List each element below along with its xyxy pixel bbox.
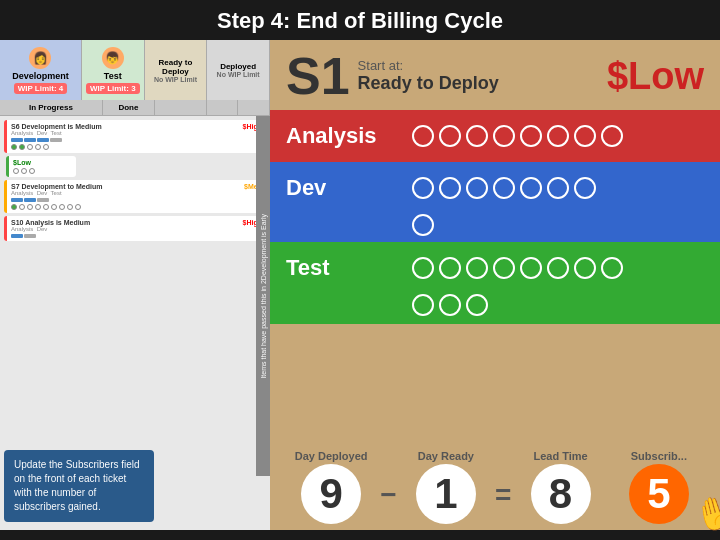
day-deployed-block: Day Deployed 9: [286, 450, 376, 524]
lead-time-label: Lead Time: [533, 450, 587, 462]
kanban-header: 👩 Development WIP Limit: 4 👦 Test WIP Li…: [0, 40, 270, 100]
note-box: Update the Subscribers field on the fron…: [4, 450, 154, 522]
bar: [24, 138, 36, 142]
day-deployed-label: Day Deployed: [295, 450, 368, 462]
subscribers-label: Subscrib...: [631, 450, 687, 462]
test-circles: [400, 257, 635, 279]
dev-column-header: 👩 Development WIP Limit: 4: [0, 40, 82, 100]
story-id: S1: [286, 50, 350, 102]
circle: [13, 168, 19, 174]
dev-row: Dev: [270, 162, 720, 214]
test-column-header: 👦 Test WIP Limit: 3: [82, 40, 145, 100]
circle-6: [547, 177, 569, 199]
start-at-block: Start at: Ready to Deploy: [358, 58, 499, 94]
page-header: Step 4: End of Billing Cycle: [0, 0, 720, 40]
circle-4: [493, 257, 515, 279]
kanban-panel: 👩 Development WIP Limit: 4 👦 Test WIP Li…: [0, 40, 270, 530]
bar: [37, 198, 49, 202]
page-title: Step 4: End of Billing Cycle: [0, 8, 720, 34]
note-text: Update the Subscribers field on the fron…: [14, 459, 140, 512]
extra-circle-2: [439, 294, 461, 316]
circle-7: [574, 257, 596, 279]
bar: [11, 198, 23, 202]
ticket-progress-bars: [11, 198, 262, 202]
circle: [51, 204, 57, 210]
circle-2: [439, 257, 461, 279]
circle-5: [520, 125, 542, 147]
extra-circle-3: [466, 294, 488, 316]
circle-3: [466, 177, 488, 199]
price-label: $Low: [607, 55, 704, 98]
rdep-sub-header: [207, 100, 239, 115]
stats-row: Day Deployed 9 − Day Ready 1 = Lead Time…: [270, 444, 720, 530]
ticket-progress-bars: [11, 234, 262, 238]
test-label: Test: [270, 255, 400, 281]
circle: [11, 144, 17, 150]
circle-2: [439, 177, 461, 199]
low-ticket: $Low: [6, 156, 76, 177]
start-at-label: Start at:: [358, 58, 499, 73]
circle-5: [520, 177, 542, 199]
circle-4: [493, 125, 515, 147]
hand-icon: ✋: [690, 489, 720, 536]
story-header: S1 Start at: Ready to Deploy $Low: [270, 40, 720, 110]
main-content: 👩 Development WIP Limit: 4 👦 Test WIP Li…: [0, 40, 720, 530]
done-header: Done: [103, 100, 155, 115]
ticket-sublabels: Analysis Dev: [11, 226, 262, 232]
deployed-wip: No WIP Limit: [217, 71, 260, 78]
vertical-strip: Items that have passed this in 2Developm…: [256, 116, 270, 476]
circle-3: [466, 257, 488, 279]
circle-1: [412, 257, 434, 279]
circle: [67, 204, 73, 210]
circle-1: [412, 177, 434, 199]
ticket-area: S6 Development is Medium $High Analysis …: [0, 116, 270, 245]
circle: [75, 204, 81, 210]
dev-wip-badge: WIP Limit: 4: [14, 83, 68, 94]
dep-sub-header: [238, 100, 270, 115]
test-extra-row: [270, 294, 720, 324]
circle-6: [547, 257, 569, 279]
analysis-circles: [400, 125, 635, 147]
ticket-s10: S10 Analysis is Medium $High Analysis De…: [4, 216, 266, 241]
in-progress-header: In Progress: [0, 100, 103, 115]
circle: [59, 204, 65, 210]
bar: [24, 234, 36, 238]
dev-circles: [400, 177, 608, 199]
strip-text: Items that have passed this in 2Developm…: [260, 214, 267, 379]
circle: [35, 204, 41, 210]
circle: [27, 204, 33, 210]
ticket-s7: S7 Development to Medium $Med Analysis D…: [4, 180, 266, 213]
ticket-id: S6 Development is Medium: [11, 123, 102, 130]
ticket-circles: [13, 168, 72, 174]
circle-3: [466, 125, 488, 147]
ready-deploy-wip: No WIP Limit: [154, 76, 197, 83]
day-ready-block: Day Ready 1: [401, 450, 491, 524]
analysis-label: Analysis: [270, 123, 400, 149]
circle: [35, 144, 41, 150]
ready-deploy-column-header: Ready to Deploy No WIP Limit: [145, 40, 208, 100]
ticket-id: S10 Analysis is Medium: [11, 219, 90, 226]
ticket-circles: [11, 204, 262, 210]
circle: [43, 144, 49, 150]
test-wip-badge: WIP Limit: 3: [86, 83, 140, 94]
story-card-panel: S1 Start at: Ready to Deploy $Low Analys…: [270, 40, 720, 530]
circle-8: [601, 125, 623, 147]
work-rows: Analysis Dev: [270, 110, 720, 444]
circle-7: [574, 177, 596, 199]
analysis-row: Analysis: [270, 110, 720, 162]
ticket-progress-bars: [11, 138, 262, 142]
circle: [11, 204, 17, 210]
bar: [11, 138, 23, 142]
day-ready-value: 1: [416, 464, 476, 524]
lead-time-block: Lead Time 8: [515, 450, 605, 524]
subscribers-block: Subscrib... 5 ✋: [614, 450, 704, 524]
extra-circle-1: [412, 294, 434, 316]
bar: [24, 198, 36, 202]
ticket-sublabels: Analysis Dev Test: [11, 130, 262, 136]
circle: [19, 144, 25, 150]
lead-time-value: 8: [531, 464, 591, 524]
low-ticket-id: $Low: [13, 159, 31, 166]
circle: [21, 168, 27, 174]
bar: [50, 138, 62, 142]
circle-2: [439, 125, 461, 147]
